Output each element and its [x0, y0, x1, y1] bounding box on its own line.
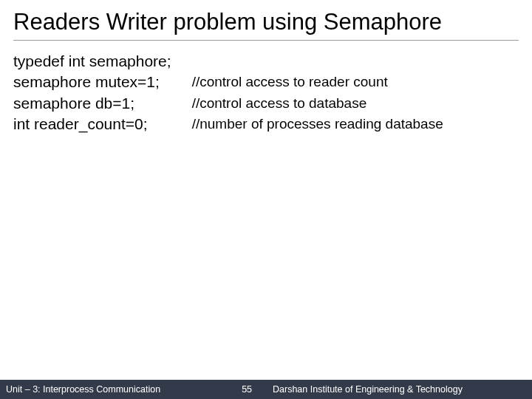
comment-line: //control access to database: [192, 93, 443, 115]
spacer: [192, 51, 443, 72]
slide-title: Readers Writer problem using Semaphore: [13, 9, 519, 41]
code-line: int reader_count=0;: [13, 114, 171, 134]
content-area: typedef int semaphore; semaphore mutex=1…: [13, 51, 519, 135]
comment-line: //control access to reader count: [192, 72, 443, 93]
footer-unit: Unit – 3: Interprocess Communication: [6, 384, 160, 395]
code-line: typedef int semaphore;: [13, 51, 171, 72]
code-line: semaphore db=1;: [13, 93, 171, 114]
code-column: typedef int semaphore; semaphore mutex=1…: [13, 51, 171, 135]
code-line: semaphore mutex=1;: [13, 72, 171, 92]
comment-line: //number of processes reading database: [192, 114, 443, 135]
comment-column: //control access to reader count //contr…: [192, 51, 443, 135]
slide: Readers Writer problem using Semaphore t…: [0, 0, 532, 399]
footer-bar: Unit – 3: Interprocess Communication 55 …: [0, 380, 532, 399]
footer-organization: Darshan Institute of Engineering & Techn…: [273, 384, 463, 395]
footer-page-number: 55: [242, 384, 252, 395]
